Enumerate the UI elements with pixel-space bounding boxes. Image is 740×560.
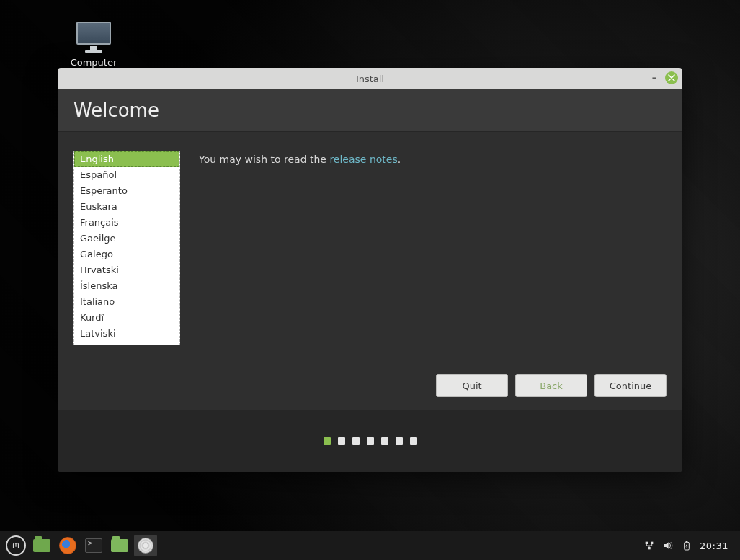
terminal-launcher[interactable] bbox=[82, 535, 105, 556]
mint-logo-icon bbox=[6, 535, 26, 556]
taskbar: 20:31 bbox=[0, 531, 740, 560]
body: EnglishEspañolEsperantoEuskaraFrançaisGa… bbox=[58, 132, 682, 410]
language-option[interactable]: Latviski bbox=[74, 326, 179, 342]
firefox-icon bbox=[59, 537, 76, 554]
language-option[interactable]: Euskara bbox=[74, 199, 179, 215]
language-option[interactable]: Español bbox=[74, 167, 179, 183]
progress-dot bbox=[381, 437, 388, 445]
progress-indicator bbox=[58, 410, 682, 472]
language-option[interactable]: Gaeilge bbox=[74, 231, 179, 246]
svg-rect-0 bbox=[646, 542, 648, 544]
close-button[interactable] bbox=[665, 71, 678, 84]
files-icon bbox=[111, 539, 128, 552]
titlebar[interactable]: Install – bbox=[58, 68, 682, 89]
show-desktop-button[interactable] bbox=[30, 535, 53, 556]
continue-button[interactable]: Continue bbox=[594, 374, 667, 397]
desktop-computer-icon[interactable]: Computer bbox=[65, 22, 122, 68]
language-list[interactable]: EnglishEspañolEsperantoEuskaraFrançaisGa… bbox=[73, 151, 180, 345]
hint-text: You may wish to read the release notes. bbox=[199, 151, 401, 403]
language-option[interactable]: Italiano bbox=[74, 294, 179, 310]
language-option[interactable]: Kurdî bbox=[74, 310, 179, 326]
progress-dot bbox=[352, 437, 360, 445]
clock[interactable]: 20:31 bbox=[700, 541, 728, 551]
progress-dot bbox=[410, 437, 417, 445]
page-title: Welcome bbox=[73, 99, 159, 121]
footer-buttons: Quit Back Continue bbox=[436, 374, 667, 397]
files-launcher[interactable] bbox=[108, 535, 131, 556]
language-option[interactable]: Íslenska bbox=[74, 278, 179, 294]
terminal-icon bbox=[85, 538, 102, 553]
desktop-folder-icon bbox=[33, 539, 50, 552]
desktop-icon-label: Computer bbox=[65, 57, 122, 68]
close-icon bbox=[668, 74, 675, 81]
progress-dot bbox=[324, 437, 331, 445]
svg-rect-1 bbox=[651, 542, 653, 544]
minimize-button[interactable]: – bbox=[649, 73, 659, 83]
svg-rect-2 bbox=[648, 547, 650, 549]
monitor-icon bbox=[76, 22, 111, 45]
battery-icon bbox=[681, 540, 692, 551]
header: Welcome bbox=[58, 89, 682, 132]
install-window: Install – Welcome EnglishEspañolEsperant… bbox=[58, 68, 682, 472]
progress-dot bbox=[396, 437, 403, 445]
network-tray[interactable] bbox=[643, 540, 655, 551]
battery-tray[interactable] bbox=[681, 540, 692, 551]
menu-button[interactable] bbox=[4, 535, 27, 556]
svg-rect-4 bbox=[686, 541, 688, 542]
volume-tray[interactable] bbox=[662, 540, 674, 551]
window-title: Install bbox=[356, 74, 384, 84]
quit-button[interactable]: Quit bbox=[436, 374, 508, 397]
language-option[interactable]: Français bbox=[74, 215, 179, 231]
progress-dot bbox=[367, 437, 374, 445]
disc-icon bbox=[138, 538, 153, 554]
installer-task[interactable] bbox=[134, 535, 157, 556]
language-option[interactable]: English bbox=[74, 151, 179, 167]
back-button[interactable]: Back bbox=[515, 374, 587, 397]
language-option[interactable]: Galego bbox=[74, 246, 179, 262]
network-icon bbox=[643, 540, 655, 551]
progress-dot bbox=[338, 437, 345, 445]
language-option[interactable]: Hrvatski bbox=[74, 262, 179, 278]
language-option[interactable]: Esperanto bbox=[74, 183, 179, 199]
firefox-launcher[interactable] bbox=[56, 535, 79, 556]
volume-icon bbox=[662, 540, 674, 551]
release-notes-link[interactable]: release notes bbox=[329, 154, 397, 165]
